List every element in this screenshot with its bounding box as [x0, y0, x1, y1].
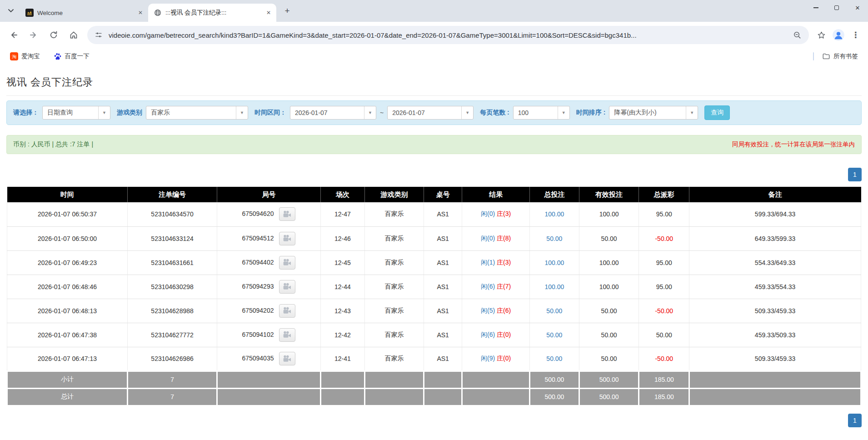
page-size-select[interactable]: 100 ▼ — [513, 106, 570, 120]
bet-time: 2026-01-07 06:50:00 — [7, 226, 128, 250]
total-bet-cell[interactable]: 50.00 — [529, 323, 579, 347]
currency-summary-text: 币别 : 人民币 | 总共 :7 注单 | — [13, 140, 93, 149]
total-bet-cell[interactable]: 50.00 — [529, 299, 579, 323]
sort-select[interactable]: 降幂(由大到小) ▼ — [609, 106, 698, 120]
page-1-button[interactable]: 1 — [848, 414, 862, 427]
total-bet-cell[interactable]: 100.00 — [529, 202, 579, 226]
reload-button[interactable] — [45, 26, 63, 44]
home-button[interactable] — [65, 26, 83, 44]
profile-button[interactable] — [831, 27, 846, 43]
table-row: 2026-01-07 06:47:38523104627772675094102… — [7, 323, 861, 347]
subtotal-row-cell — [462, 371, 529, 388]
video-replay-button[interactable] — [279, 280, 295, 294]
date-end-select[interactable]: 2026-01-07 ▼ — [387, 106, 474, 120]
game-kind: 百家乐 — [365, 226, 424, 250]
video-replay-button[interactable] — [279, 304, 295, 318]
video-replay-button[interactable] — [279, 328, 295, 342]
bet-table-body: 2026-01-07 06:50:37523104634570675094620… — [7, 202, 861, 371]
remark: 509.33/459.33 — [689, 299, 861, 323]
date-range-label: 时间区间： — [254, 109, 286, 117]
tab-close-icon[interactable]: ✕ — [136, 9, 145, 17]
bet-time: 2026-01-07 06:48:13 — [7, 299, 128, 323]
forward-button[interactable] — [25, 26, 43, 44]
banker-result: 庄(3) — [497, 259, 511, 266]
total-bet-cell[interactable]: 100.00 — [529, 250, 579, 275]
page-title: 视讯 会员下注纪录 — [6, 75, 862, 89]
tab-welcome[interactable]: Welcome ✕ — [20, 4, 148, 22]
film-camera-icon — [283, 259, 292, 266]
minimize-button[interactable] — [805, 0, 826, 15]
film-camera-icon — [283, 331, 292, 339]
tab-search-button[interactable] — [5, 5, 17, 17]
game-kind-select[interactable]: 百家乐 ▼ — [146, 106, 248, 120]
zoom-out-icon[interactable] — [792, 30, 803, 40]
total-bet-link[interactable]: 100.00 — [544, 210, 564, 218]
round-cell: 675094102 — [217, 323, 320, 347]
banker-result: 庄(6) — [497, 307, 511, 314]
remark: 554.33/649.33 — [689, 250, 861, 275]
total-bet-link[interactable]: 50.00 — [546, 235, 562, 242]
video-replay-button[interactable] — [279, 352, 295, 365]
star-icon[interactable] — [813, 27, 829, 43]
tab-title: :::视讯 会员下注纪录::: — [165, 9, 261, 17]
column-header: 时间 — [7, 187, 128, 202]
date-range-tilde: ~ — [380, 109, 384, 116]
maximize-button[interactable] — [826, 0, 847, 15]
tab-close-icon[interactable]: ✕ — [264, 9, 273, 17]
payout: -50.00 — [639, 226, 689, 250]
total-bet-cell[interactable]: 100.00 — [529, 275, 579, 299]
video-replay-button[interactable] — [279, 207, 295, 221]
total-bet-link[interactable]: 50.00 — [546, 307, 562, 315]
folder-icon — [822, 52, 830, 60]
tab-bet-records[interactable]: :::视讯 会员下注纪录::: ✕ — [148, 4, 276, 22]
home-icon — [69, 30, 78, 40]
table-row: 2026-01-07 06:48:13523104628988675094202… — [7, 299, 861, 323]
summary-info-bar: 币别 : 人民币 | 总共 :7 注单 | 同局有效投注，统一计算在该局第一张注… — [6, 135, 862, 154]
banker-result: 庄(8) — [497, 235, 511, 242]
bet-time: 2026-01-07 06:47:13 — [7, 347, 128, 371]
round-number: 675094035 — [242, 355, 274, 362]
subtotal-row-cell — [320, 371, 365, 388]
total-bet-cell[interactable]: 50.00 — [529, 347, 579, 371]
total-bet-cell[interactable]: 50.00 — [529, 226, 579, 250]
select-arrow-icon: ▼ — [98, 106, 110, 119]
total-bet-link[interactable]: 100.00 — [544, 259, 564, 266]
page-1-button[interactable]: 1 — [848, 168, 862, 181]
date-start-select[interactable]: 2026-01-07 ▼ — [290, 106, 376, 120]
session: 12-46 — [320, 226, 365, 250]
valid-bet: 50.00 — [579, 226, 639, 250]
url-text[interactable]: videoie.com/game/betrecord_search/kind3?… — [109, 31, 787, 39]
bookmark-baidu[interactable]: 百度一下 — [50, 51, 93, 62]
round-number: 675094402 — [242, 258, 274, 265]
site-settings-icon[interactable] — [94, 30, 104, 40]
bet-time: 2026-01-07 06:49:23 — [7, 250, 128, 275]
bookmark-taobao[interactable]: 淘 爱淘宝 — [6, 51, 44, 62]
video-replay-button[interactable] — [279, 232, 295, 245]
payout: 50.00 — [639, 323, 689, 347]
url-bar[interactable]: videoie.com/game/betrecord_search/kind3?… — [87, 26, 809, 44]
payout: 95.00 — [639, 250, 689, 275]
back-button[interactable] — [5, 26, 23, 44]
game-kind-value: 百家乐 — [146, 106, 236, 119]
query-type-select[interactable]: 日期查询 ▼ — [42, 106, 110, 120]
remark: 459.33/509.33 — [689, 323, 861, 347]
baidu-paw-icon — [54, 52, 62, 60]
search-button[interactable]: 查询 — [704, 105, 730, 120]
subtotal-row-cell: 500.00 — [529, 371, 579, 388]
bet-time: 2026-01-07 06:47:38 — [7, 323, 128, 347]
bet-id: 523104628988 — [127, 299, 217, 323]
window-close-button[interactable]: ✕ — [847, 0, 868, 15]
payout: -50.00 — [639, 299, 689, 323]
total-bet-link[interactable]: 100.00 — [544, 283, 564, 290]
new-tab-button[interactable]: + — [281, 5, 294, 17]
all-bookmarks-button[interactable]: 所有书签 — [818, 51, 862, 62]
total-bet-link[interactable]: 50.00 — [546, 355, 562, 362]
menu-kebab-icon[interactable]: ⋮ — [848, 27, 863, 43]
total-bet-link[interactable]: 50.00 — [546, 331, 562, 339]
total-row-cell: 总计 — [7, 388, 128, 405]
round-cell: 675094402 — [217, 250, 320, 275]
round-number: 675094293 — [242, 282, 274, 290]
video-replay-button[interactable] — [279, 256, 295, 270]
game-kind: 百家乐 — [365, 202, 424, 226]
result-cell: 闲(6) 庄(0) — [462, 323, 529, 347]
